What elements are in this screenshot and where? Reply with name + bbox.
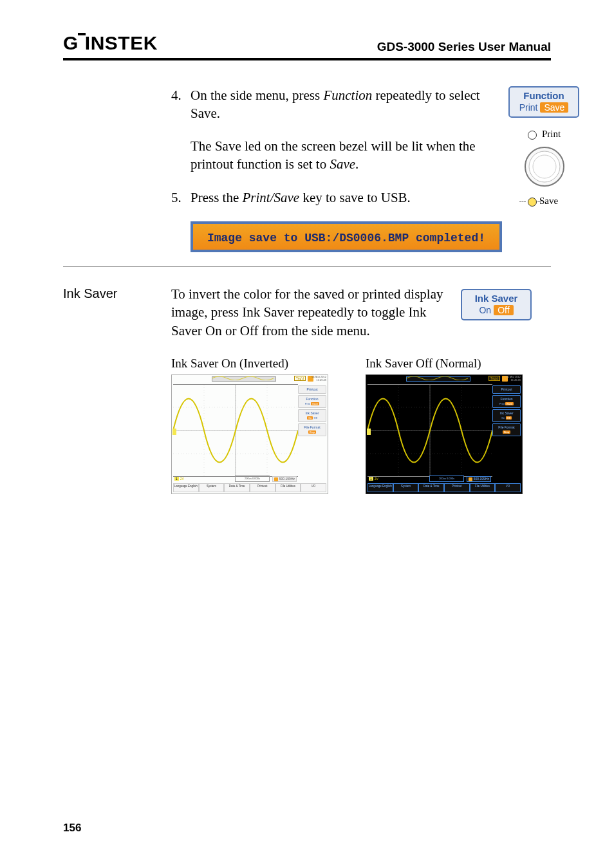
step-5: 5. Press the Print/Save key to save to U… xyxy=(171,189,502,207)
function-softkey[interactable]: Function Print Save xyxy=(508,86,579,118)
page-number: 156 xyxy=(63,822,81,835)
image-save-message-bar: Image save to USB:/DS0006.BMP completed! xyxy=(191,221,502,252)
waveform-plot xyxy=(367,385,492,476)
save-led-label: Save xyxy=(539,196,558,207)
trigger-status: Trig'd xyxy=(488,376,500,382)
top-overview-wave-icon xyxy=(406,376,469,380)
ink-saver-softkey[interactable]: Ink Saver On Off xyxy=(461,289,532,320)
bottom-menu: Language English System Date & Time Prin… xyxy=(173,483,326,492)
sample-rate: 500.199Hz xyxy=(272,476,297,482)
bottom-menu: Language English System Date & Time Prin… xyxy=(367,483,521,492)
ground-marker-icon xyxy=(367,429,371,435)
date-time: 01 Mar 201211:49:49 xyxy=(312,375,326,382)
waveform-plot xyxy=(173,385,298,476)
side-fileformat[interactable]: File FormatBmp xyxy=(492,423,521,436)
side-function[interactable]: FunctionPrint Save xyxy=(492,395,521,408)
side-printout[interactable]: Printout xyxy=(492,385,521,394)
page-header: G INSTEK GDS-3000 Series User Manual xyxy=(63,32,551,60)
logo-bridge-icon xyxy=(78,33,86,35)
step-4-number: 4. xyxy=(171,86,191,123)
tab-io[interactable]: I/O xyxy=(495,483,521,492)
tab-system[interactable]: System xyxy=(199,483,225,492)
tab-datetime[interactable]: Date & Time xyxy=(418,483,444,492)
screenshots-row: Ink Saver On (Inverted) Trig'd 01 Mar 20… xyxy=(171,355,551,494)
step-4-note: The Save led on the screen bezel will be… xyxy=(191,137,502,174)
step-4: 4. On the side menu, press Function repe… xyxy=(171,86,502,123)
svg-point-2 xyxy=(533,155,556,178)
step-5-text: Press the Print/Save key to save to USB. xyxy=(191,189,502,207)
ink-saver-softkey-title: Ink Saver xyxy=(469,293,524,304)
step-4-text: On the side menu, press Function repeate… xyxy=(191,86,502,123)
tab-datetime[interactable]: Date & Time xyxy=(224,483,250,492)
dial-knob-svg xyxy=(524,146,565,187)
tab-fileutil[interactable]: File Utilities xyxy=(275,483,301,492)
timebase-info: 200us 0.000s xyxy=(429,476,464,482)
ground-marker-icon xyxy=(172,429,176,435)
ink-saver-off-option: Off xyxy=(494,305,513,315)
manual-title: GDS-3000 Series User Manual xyxy=(377,40,551,54)
tab-language[interactable]: Language English xyxy=(367,483,393,492)
scope-screen-normal: Trig'd 01 Mar 201211:49:49 xyxy=(366,374,523,494)
function-print-option: Print xyxy=(519,102,538,113)
ink-saver-heading: Ink Saver xyxy=(63,285,171,301)
function-softkey-title: Function xyxy=(516,90,572,101)
scope-screen-inverted: Trig'd 01 Mar 201211:49:49 xyxy=(171,374,328,494)
save-led-icon xyxy=(528,198,537,207)
image-save-message: Image save to USB:/DS0006.BMP completed! xyxy=(207,232,485,245)
step-5-number: 5. xyxy=(171,189,191,207)
side-menu: Printout FunctionPrint Save Ink SaverOn … xyxy=(492,384,521,477)
brand-g: G xyxy=(63,32,79,54)
side-function[interactable]: FunctionPrint Save xyxy=(298,395,326,408)
channel-info: 12V xyxy=(174,477,184,482)
brand-logo: G INSTEK xyxy=(63,32,158,54)
sample-rate: 500.199Hz xyxy=(467,476,491,482)
tab-fileutil[interactable]: File Utilities xyxy=(470,483,496,492)
print-led-label: Print xyxy=(542,129,561,140)
ink-saver-on-option: On xyxy=(479,305,491,315)
ink-saver-row: Ink Saver To invert the color for the sa… xyxy=(63,285,551,340)
function-save-option: Save xyxy=(540,102,568,113)
brand-instek: INSTEK xyxy=(85,32,158,54)
tab-system[interactable]: System xyxy=(393,483,419,492)
inksaver-off-label: Ink Saver Off (Normal) xyxy=(366,355,551,372)
ink-saver-body: To invert the color for the saved or pri… xyxy=(171,285,454,340)
section-divider xyxy=(63,266,551,267)
channel-info: 12V xyxy=(369,477,378,482)
graticule-area xyxy=(367,384,492,477)
print-led-icon xyxy=(528,131,537,140)
top-overview-wave-icon xyxy=(212,376,275,380)
timebase-info: 200us 0.000s xyxy=(235,476,270,482)
side-printout[interactable]: Printout xyxy=(298,385,326,394)
side-inksaver[interactable]: Ink SaverOn Off xyxy=(492,409,521,422)
graticule-area xyxy=(173,384,298,477)
side-menu: Printout FunctionPrint Save Ink SaverOn … xyxy=(298,384,326,477)
side-inksaver[interactable]: Ink SaverOn Off xyxy=(298,409,326,422)
tab-language[interactable]: Language English xyxy=(173,483,199,492)
side-fileformat[interactable]: File FormatBmp xyxy=(298,423,326,436)
step-4-row: 4. On the side menu, press Function repe… xyxy=(63,86,551,252)
tab-io[interactable]: I/O xyxy=(301,483,326,492)
tab-printout[interactable]: Printout xyxy=(444,483,470,492)
tab-printout[interactable]: Printout xyxy=(250,483,275,492)
trigger-status: Trig'd xyxy=(294,376,306,382)
date-time: 01 Mar 201211:49:49 xyxy=(507,375,521,382)
inksaver-on-label: Ink Saver On (Inverted) xyxy=(171,355,357,372)
dial-knob-icon[interactable] xyxy=(524,146,565,187)
print-save-dial[interactable]: Print Save xyxy=(508,131,579,227)
